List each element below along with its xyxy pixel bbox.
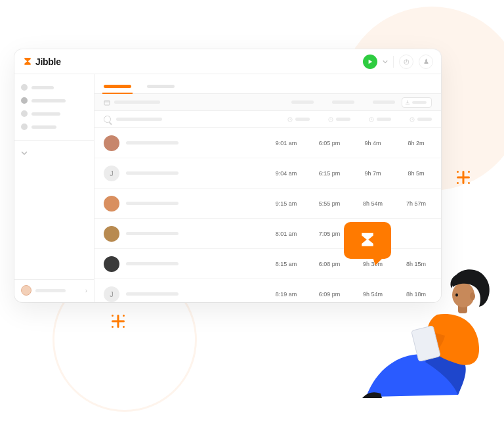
cell-worked [400,231,432,237]
clock-icon [328,117,333,122]
divider [14,140,94,141]
toolbar [94,94,441,111]
cell-out: 5:55 pm [314,200,345,207]
cell-tracked: 9h 4m [357,140,388,146]
cell-out: 6:08 pm [314,261,345,267]
collapse-toggle[interactable] [21,147,87,159]
cell-tracked: 8h 54m [357,200,388,207]
sidebar: › [14,74,94,302]
sidebar-footer-user[interactable]: › [14,279,94,296]
avatar [104,135,119,151]
sidebar-item[interactable] [21,94,87,107]
team-button[interactable]: ♟ [419,55,433,69]
clock-icon [410,117,415,122]
tab[interactable] [104,85,131,88]
sidebar-item[interactable] [21,107,87,120]
avatar: J [104,166,119,181]
hourglass-icon [22,56,33,67]
svg-point-11 [470,292,475,300]
clock-icon [369,117,374,122]
name-placeholder [126,232,270,235]
person-illustration [360,249,497,400]
calendar-icon[interactable] [104,99,110,106]
search-icon[interactable] [104,116,111,123]
export-button[interactable] [402,97,432,108]
hourglass-icon [358,231,377,250]
download-icon [405,100,410,105]
avatar: J [104,286,119,302]
search-row [94,111,441,128]
avatar [104,226,119,242]
history-button[interactable]: ◴ [399,55,413,69]
cell-worked: 8h 5m [400,170,432,177]
chevron-down-icon [21,150,28,156]
titlebar: Jibble ◴ ♟ [14,49,441,74]
avatar [21,285,32,296]
cell-in: 8:15 am [270,261,302,267]
clock-icon [287,117,293,122]
cell-out: 6:09 pm [314,291,345,298]
cell-worked: 8h 2m [400,140,432,146]
table-row[interactable]: 9:15 am5:55 pm8h 54m7h 57m [94,189,441,219]
cell-out: 7:05 pm [314,231,345,237]
table-row[interactable]: J9:04 am6:15 pm9h 7m8h 5m [94,158,441,189]
table-row[interactable]: 9:01 am6:05 pm9h 4m8h 2m [94,128,441,158]
brand-name: Jibble [35,56,61,67]
cell-in: 9:01 am [270,140,302,146]
name-placeholder [126,171,270,175]
cell-in: 8:19 am [270,291,302,298]
name-placeholder [126,141,270,145]
sidebar-item[interactable] [21,81,87,94]
cell-in: 8:01 am [270,231,302,237]
start-timer-button[interactable] [363,55,377,69]
speech-bubble [344,222,391,259]
name-placeholder [126,292,270,296]
avatar [104,196,119,212]
tab[interactable] [147,85,175,88]
cell-out: 6:15 pm [314,170,345,177]
name-placeholder [126,202,270,205]
divider [393,56,394,68]
name-placeholder [126,262,270,265]
svg-rect-0 [104,101,110,105]
tabs [94,74,441,94]
sparkle-icon [112,315,125,328]
sparkle-icon [457,171,470,184]
sidebar-item[interactable] [21,120,87,133]
chevron-right-icon: › [85,287,87,294]
brand-logo: Jibble [22,56,61,67]
cell-out: 6:05 pm [314,140,345,146]
cell-worked: 7h 57m [400,200,432,207]
cell-in: 9:15 am [270,200,302,207]
avatar [104,256,119,272]
chevron-down-icon[interactable] [383,59,388,64]
cell-in: 9:04 am [270,170,302,177]
svg-point-10 [455,294,458,297]
cell-tracked: 9h 7m [357,170,388,177]
